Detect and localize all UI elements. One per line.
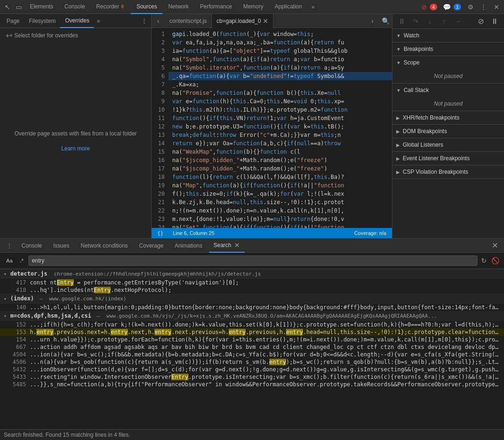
code-line-15[interactable]: na("WeakMap",function(b){}function c(l <box>168 148 392 156</box>
code-line-20[interactable]: f();this.size=0;if(k){k=_.qa(k);for(var … <box>168 190 392 198</box>
call-stack-header[interactable]: ▼ Call Stack <box>392 84 504 97</box>
scope-header[interactable]: ▼ Scope <box>392 56 504 69</box>
regex-btn[interactable]: .* <box>18 256 26 265</box>
result-line-4504[interactable]: 4504 ...ion(a){var b=s_wc();if(b&&b.meta… <box>0 351 504 358</box>
result-line-417[interactable]: 417 const ntEntry = performance.getEntri… <box>0 279 504 286</box>
code-line-18[interactable]: function(l){return c(l)&&Qa(l,f)&&Qa(l[f… <box>168 173 392 181</box>
code-line-23[interactable]: m.next,{done:!1,value:l(m)};m=null}retur… <box>168 215 392 223</box>
step-over-btn[interactable]: ↷ <box>410 16 421 27</box>
global-header[interactable]: ▶ Global Listeners <box>392 138 504 151</box>
cbgapi-tab-close[interactable]: ✕ <box>263 18 268 24</box>
tab-network[interactable]: Network <box>162 0 194 14</box>
result-file-cdos[interactable]: ▾ m=cdos,dpf,hsm,jsa,d,csi — www.google.… <box>0 311 504 321</box>
csp-header[interactable]: ▶ CSP Violation Breakpoints <box>392 165 504 178</box>
pause-resume-btn[interactable]: ⏸ <box>396 16 407 27</box>
editor-nav-right[interactable]: › <box>366 14 379 28</box>
step-btn[interactable]: → <box>452 16 463 27</box>
settings-btn[interactable]: ⚙ <box>465 1 476 13</box>
subtab-filesystem[interactable]: Filesystem <box>24 14 60 28</box>
code-line-1[interactable]: gapi.loaded_0(function(_){var window=thi… <box>168 30 392 38</box>
code-line-4[interactable]: na("Symbol",function(a){if(a)return a;va… <box>168 55 392 64</box>
result-line-418[interactable]: 418 ...hq'].includes(ntEntry.nextHopProt… <box>0 286 504 294</box>
code-line-9[interactable]: var e=function(h){this.Ca=0;this.Ne=void… <box>168 97 392 106</box>
result-line-5432[interactable]: 5432 ...ionObserver(function(d,e){var f=… <box>0 366 504 373</box>
code-line-17[interactable]: na("$jscomp_hidden_"+Math.random();e("fr… <box>168 164 392 173</box>
bottom-tab-coverage[interactable]: Coverage <box>134 239 168 253</box>
result-file-index[interactable]: ▾ (index) — www.google.com.hk/(index) <box>0 294 504 304</box>
code-line-6[interactable]: _.qa=function(a){var b="undefined"!=type… <box>168 72 392 80</box>
result-line-5485[interactable]: 5485 ...}},s_nmc=function(a,b){try{if("P… <box>0 381 504 388</box>
code-line-2[interactable]: var ea,fa,ia,ja,na,oa,xa;_.ba=function(a… <box>168 38 392 47</box>
tab-elements[interactable]: Elements <box>24 0 59 14</box>
result-line-152[interactable]: 152 ...;if(h){h=s_c(h);for(var k;!(k=h.n… <box>0 321 504 328</box>
line-num-17: 17 <box>152 164 165 173</box>
search-clear-btn[interactable]: 🚫 <box>490 256 500 265</box>
watch-header[interactable]: ▼ Watch <box>392 29 504 42</box>
more-tabs-btn[interactable]: » <box>308 4 318 10</box>
tab-memory[interactable]: Memory <box>238 0 269 14</box>
code-line-19[interactable]: na("Map",function(a){if(function(){if(!a… <box>168 181 392 190</box>
editor-nav-left[interactable]: ‹ <box>152 14 165 28</box>
tab-console[interactable]: Console <box>59 0 91 14</box>
subtab-page[interactable]: Page <box>2 14 24 28</box>
case-sensitive-btn[interactable]: Aa <box>4 256 15 265</box>
learn-more-link[interactable]: Learn more <box>61 145 90 152</box>
device-icon[interactable]: ▭ <box>13 1 24 13</box>
select-folder-btn[interactable]: + + Select folder for overrides <box>0 28 151 43</box>
cursor-icon[interactable]: ↖ <box>2 1 13 13</box>
code-line-3[interactable]: ia=function(a){a=["object"]==typeof glob… <box>168 47 392 55</box>
subtab-overrides[interactable]: Overrides <box>60 14 94 28</box>
tab-sources[interactable]: Sources <box>131 0 162 14</box>
bottom-toolbar-icon[interactable]: ⋮ <box>4 242 15 249</box>
step-out-btn[interactable]: ↑ <box>438 16 449 27</box>
breakpoints-header[interactable]: ▼ Breakpoints <box>392 43 504 56</box>
code-line-11[interactable]: function(){if(this.VN)return!1;var h=ja.… <box>168 114 392 122</box>
info-badge-btn[interactable]: 💬 1 <box>441 1 463 13</box>
result-line-140[interactable]: 140 ...>h1,ol,ul,li,button{margin:0;padd… <box>0 304 504 311</box>
code-line-10[interactable]: !1}k?this.m2(h):this.IL(h)}};e.prototype… <box>168 106 392 114</box>
result-file-detector[interactable]: ▾ detector.js chrome-extension://fhhdlnn… <box>0 269 504 279</box>
bottom-tab-search[interactable]: Search ✕ <box>209 239 245 253</box>
subtab-menu-btn[interactable]: ⋮ <box>139 17 149 25</box>
close-devtools-btn[interactable]: ✕ <box>491 1 502 13</box>
code-line-7[interactable]: _.Ka=xa; <box>168 80 392 89</box>
event-header[interactable]: ▶ Event Listener Breakpoints <box>392 152 504 165</box>
editor-search-btn[interactable]: 🔍 <box>379 14 392 28</box>
result-line-4506[interactable]: 4506 ...n(a){var b=s_oob(function(c){ret… <box>0 358 504 366</box>
bottom-tab-network-conditions[interactable]: Network conditions <box>76 239 133 253</box>
pause-exception-btn[interactable]: ⏸ <box>489 16 500 27</box>
code-line-5[interactable]: na("Symbol.iterator",function(a){if(a)re… <box>168 64 392 72</box>
result-line-153[interactable]: 153 h.entry.previous.next=h.entry.next,h… <box>0 328 504 336</box>
tab-recorder[interactable]: Recorder🎙 <box>91 0 131 14</box>
code-line-12[interactable]: new b;e.prototype.U3=function(){if(var k… <box>168 122 392 131</box>
xhr-header[interactable]: ▶ XHR/fetch Breakpoints <box>392 111 504 124</box>
tab-performance[interactable]: Performance <box>194 0 238 14</box>
error-badge-btn[interactable]: ⊘ 4 <box>420 1 439 13</box>
tab-application[interactable]: Application <box>269 0 308 14</box>
code-line-16[interactable]: na("$jscomp_hidden_"+Math.random();e("fr… <box>168 156 392 164</box>
search-input[interactable] <box>32 256 474 265</box>
deactivate-btn[interactable]: ⊘ <box>475 16 486 27</box>
editor-tab-cbgapi[interactable]: cb=gapi.loaded_0 ✕ <box>212 14 273 28</box>
code-line-24[interactable]: na("Set",function(a){if(function(){if(!a… <box>168 223 392 228</box>
format-btn[interactable]: {} <box>157 230 163 236</box>
code-line-8[interactable]: na("Promise",function(a){function b(){th… <box>168 89 392 97</box>
bottom-tab-issues[interactable]: Issues <box>49 239 74 253</box>
code-line-13[interactable]: break;default:throw Error("c"+m.Ca);}}va… <box>168 131 392 139</box>
result-line-154[interactable]: 154 ...urn h.value}});c.prototype.forEac… <box>0 336 504 343</box>
more-options-btn[interactable]: ⋮ <box>478 1 489 13</box>
result-line-667[interactable]: 667 ...action addh affdom agsad agsabk a… <box>0 343 504 351</box>
step-into-btn[interactable]: ↓ <box>424 16 435 27</box>
code-line-21[interactable]: k.Be.zj,k.Be.head=null,this.size--,!0):!… <box>168 198 392 206</box>
dom-header[interactable]: ▶ DOM Breakpoints <box>392 125 504 138</box>
subtab-more-btn[interactable]: » <box>94 18 103 24</box>
code-line-22[interactable]: n;!(n=m.next()).done);n=n.value,k.call(n… <box>168 206 392 215</box>
result-line-5433[interactable]: 5433 ...rsecting"in window.IntersectionO… <box>0 373 504 381</box>
editor-tab-contentscript[interactable]: contentscript.js <box>165 14 212 28</box>
search-refresh-btn[interactable]: ↻ <box>480 256 488 265</box>
bottom-tab-console[interactable]: Console <box>17 239 47 253</box>
bottom-close-btn[interactable]: ✕ <box>489 240 500 251</box>
search-tab-close[interactable]: ✕ <box>234 241 240 249</box>
code-line-14[interactable]: return e});var Oa=function(a,b,c){if(nul… <box>168 139 392 148</box>
bottom-tab-animations[interactable]: Animations <box>170 239 207 253</box>
